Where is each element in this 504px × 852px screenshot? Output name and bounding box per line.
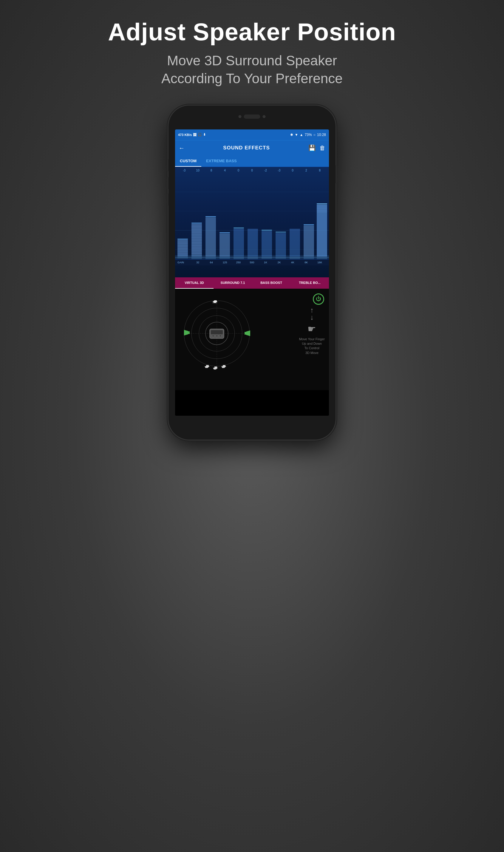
headphone-icon: 🎧: [198, 133, 202, 137]
eq-val-1: 10: [191, 169, 204, 172]
download-icon: ⬇: [203, 133, 206, 137]
svg-rect-34: [192, 250, 202, 251]
power-button[interactable]: [336, 165, 337, 183]
svg-rect-41: [234, 229, 244, 256]
eq-label-125: 125: [218, 261, 231, 264]
eq-label-16k: 16K: [313, 261, 327, 264]
svg-point-95: [216, 334, 218, 337]
back-button[interactable]: ←: [179, 145, 185, 151]
speaker-arrangement: [181, 292, 253, 375]
page-subtitle: Move 3D Surround Speaker According To Yo…: [161, 52, 343, 88]
svg-rect-43: [248, 229, 258, 256]
svg-rect-54: [317, 206, 327, 207]
silent-button[interactable]: [167, 194, 168, 205]
data-speed: 473 KB/s: [178, 133, 192, 137]
power-button[interactable]: ⏻: [313, 293, 324, 305]
svg-rect-21: [192, 229, 202, 230]
tab-surround71[interactable]: SURROUND 7.1: [214, 277, 252, 289]
control-hint: ↑ ↓ ☛ Move Your FingerUp and DownTo Cont…: [299, 307, 325, 356]
svg-rect-9: [177, 244, 188, 246]
eq-label-500: 500: [245, 261, 258, 264]
svg-rect-39: [219, 234, 230, 256]
tab-treble-boost[interactable]: TREBLE BO...: [290, 277, 329, 289]
volume-up-button[interactable]: [167, 159, 168, 171]
status-bar: 473 KB/s 🖼 🎧 ⬇ ✱ ▼ ▲ 73% ○ 10:28: [175, 129, 329, 140]
svg-rect-30: [192, 243, 202, 244]
virtual3d-panel: ⏻: [175, 289, 329, 390]
sensor: [263, 115, 266, 118]
svg-rect-78: [214, 302, 216, 303]
svg-rect-13: [177, 251, 188, 252]
svg-rect-14: [177, 253, 188, 253]
bluetooth-icon: ✱: [290, 133, 293, 137]
status-left: 473 KB/s 🖼 🎧 ⬇: [178, 133, 206, 137]
svg-rect-47: [275, 231, 286, 232]
eq-val-6: -2: [259, 169, 272, 172]
svg-rect-61: [192, 257, 202, 259]
finger-gesture-icon: ☛: [307, 323, 316, 334]
eq-val-10: 8: [313, 169, 327, 172]
eq-val-2: 8: [204, 169, 218, 172]
svg-rect-60: [177, 257, 188, 258]
app-title: SOUND EFFECTS: [185, 145, 308, 151]
svg-rect-15: [177, 254, 188, 255]
svg-rect-32: [192, 247, 202, 248]
svg-rect-48: [290, 229, 300, 256]
eq-val-4: 0: [232, 169, 245, 172]
tab-bass-boost[interactable]: BASS BOOST: [252, 277, 290, 289]
svg-rect-57: [317, 212, 327, 212]
svg-rect-62: [205, 257, 216, 259]
arrow-up-icon: ↑: [310, 307, 314, 314]
phone-screen: 473 KB/s 🖼 🎧 ⬇ ✱ ▼ ▲ 73% ○ 10:28 ← SOUND…: [175, 129, 329, 416]
svg-rect-55: [317, 208, 327, 209]
svg-rect-85: [245, 332, 246, 334]
svg-rect-67: [275, 257, 286, 258]
eq-label-8k: 8K: [300, 261, 313, 264]
svg-rect-53: [317, 205, 327, 206]
svg-rect-42: [234, 227, 244, 228]
svg-rect-8: [177, 243, 188, 244]
svg-rect-36: [192, 253, 202, 254]
svg-point-94: [212, 334, 214, 337]
svg-rect-28: [192, 240, 202, 241]
eq-label-1k: 1K: [259, 261, 272, 264]
tab-custom[interactable]: CUSTOM: [175, 156, 201, 167]
delete-button[interactable]: 🗑: [319, 145, 325, 151]
svg-rect-87: [206, 365, 209, 366]
svg-rect-59: [175, 255, 329, 256]
battery-level: 73%: [305, 133, 312, 137]
svg-marker-80: [184, 330, 188, 336]
svg-rect-25: [192, 235, 202, 236]
svg-rect-29: [192, 242, 202, 243]
earpiece: [244, 114, 260, 119]
svg-rect-44: [262, 231, 272, 256]
svg-rect-93: [211, 330, 223, 334]
svg-rect-5: [177, 239, 188, 239]
clock: 10:28: [317, 133, 326, 137]
tab-virtual3d[interactable]: VIRTUAL 3D: [175, 277, 214, 289]
volume-down-button[interactable]: [167, 177, 168, 189]
svg-rect-50: [304, 224, 314, 225]
eq-val-8: 0: [286, 169, 300, 172]
svg-rect-45: [262, 230, 272, 231]
tab-extreme-bass[interactable]: EXTREME BASS: [201, 156, 241, 167]
svg-rect-81: [188, 331, 190, 334]
save-button[interactable]: 💾: [308, 144, 316, 151]
svg-rect-37: [205, 217, 216, 256]
eq-label-2k: 2K: [272, 261, 286, 264]
svg-rect-27: [192, 239, 202, 239]
svg-rect-40: [219, 232, 230, 233]
svg-rect-49: [304, 225, 314, 256]
eq-label-250: 250: [232, 261, 245, 264]
eq-val-7: -3: [272, 169, 286, 172]
eq-visualizer[interactable]: [175, 173, 329, 259]
wifi-icon: ▼: [295, 133, 298, 137]
eq-val-9: 2: [300, 169, 313, 172]
eq-label-32: 32: [191, 261, 204, 264]
signal-icon: ▲: [300, 133, 303, 137]
svg-rect-7: [177, 241, 188, 242]
phone-device: 473 KB/s 🖼 🎧 ⬇ ✱ ▼ ▲ 73% ○ 10:28 ← SOUND…: [168, 106, 336, 439]
eq-label-4k: 4K: [286, 261, 300, 264]
svg-rect-11: [177, 248, 188, 249]
svg-rect-18: [192, 224, 202, 225]
